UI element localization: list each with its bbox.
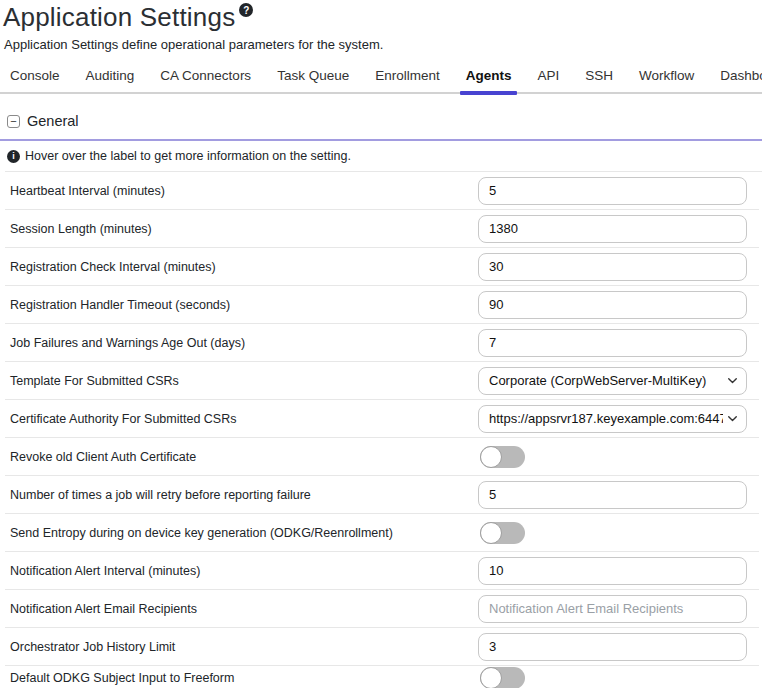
help-icon[interactable]: ? xyxy=(239,3,253,17)
settings-list: Heartbeat Interval (minutes) Session Len… xyxy=(5,172,759,688)
notification-alert-recipients-input[interactable] xyxy=(478,595,747,623)
setting-label: Job Failures and Warnings Age Out (days) xyxy=(5,336,245,350)
setting-label: Number of times a job will retry before … xyxy=(5,488,311,502)
general-section-header: − General xyxy=(0,113,762,141)
setting-row: Number of times a job will retry before … xyxy=(5,476,759,514)
setting-row: Template For Submitted CSRs Corporate (C… xyxy=(5,362,759,400)
page-header: Application Settings ? Application Setti… xyxy=(0,0,762,52)
setting-row: Revoke old Client Auth Certificate xyxy=(5,438,759,476)
default-odkg-freeform-toggle[interactable] xyxy=(480,667,525,688)
setting-label: Certificate Authority For Submitted CSRs xyxy=(5,412,236,426)
heartbeat-interval-input[interactable] xyxy=(478,177,747,205)
tab-dashboard-and-reports[interactable]: Dashboard and Reports xyxy=(707,61,762,92)
setting-row: Notification Alert Email Recipients xyxy=(5,590,759,628)
setting-row: Session Length (minutes) xyxy=(5,210,759,248)
tab-enrollment[interactable]: Enrollment xyxy=(362,61,453,92)
notification-alert-interval-input[interactable] xyxy=(478,557,747,585)
registration-check-interval-input[interactable] xyxy=(478,253,747,281)
chevron-down-icon xyxy=(727,413,738,424)
setting-row: Send Entropy during on device key genera… xyxy=(5,514,759,552)
tab-auditing[interactable]: Auditing xyxy=(73,61,148,92)
settings-tab-bar: Console Auditing CA Connectors Task Queu… xyxy=(0,61,762,94)
section-title: General xyxy=(27,113,79,129)
setting-label: Orchestrator Job History Limit xyxy=(5,640,175,654)
template-for-csrs-select[interactable]: Corporate (CorpWebServer-MultiKey) xyxy=(478,367,747,395)
info-icon: i xyxy=(7,150,20,163)
info-bar-text: Hover over the label to get more informa… xyxy=(25,149,351,163)
setting-label: Template For Submitted CSRs xyxy=(5,374,179,388)
setting-label: Notification Alert Interval (minutes) xyxy=(5,564,200,578)
tab-workflow[interactable]: Workflow xyxy=(626,61,707,92)
setting-row: Default ODKG Subject Input to Freeform xyxy=(5,666,759,688)
setting-label: Revoke old Client Auth Certificate xyxy=(5,450,196,464)
setting-label: Send Entropy during on device key genera… xyxy=(5,526,393,540)
tab-agents[interactable]: Agents xyxy=(453,61,525,92)
setting-row: Job Failures and Warnings Age Out (days) xyxy=(5,324,759,362)
chevron-down-icon xyxy=(727,375,738,386)
select-value: https://appsrvr187.keyexample.com:6447\C… xyxy=(489,411,723,426)
setting-label: Notification Alert Email Recipients xyxy=(5,602,197,616)
setting-label: Registration Handler Timeout (seconds) xyxy=(5,298,230,312)
setting-row: Registration Handler Timeout (seconds) xyxy=(5,286,759,324)
setting-label: Registration Check Interval (minutes) xyxy=(5,260,216,274)
page-subtitle: Application Settings define operational … xyxy=(4,37,762,52)
job-failures-age-out-input[interactable] xyxy=(478,329,747,357)
tab-console[interactable]: Console xyxy=(0,61,73,92)
setting-label: Heartbeat Interval (minutes) xyxy=(5,184,165,198)
toggle-knob xyxy=(480,446,502,468)
toggle-knob xyxy=(480,667,502,688)
setting-label: Session Length (minutes) xyxy=(5,222,152,236)
setting-row: Notification Alert Interval (minutes) xyxy=(5,552,759,590)
tab-api[interactable]: API xyxy=(524,61,572,92)
page-title: Application Settings xyxy=(3,2,235,32)
tab-task-queue[interactable]: Task Queue xyxy=(264,61,362,92)
registration-handler-timeout-input[interactable] xyxy=(478,291,747,319)
setting-row: Registration Check Interval (minutes) xyxy=(5,248,759,286)
setting-row: Heartbeat Interval (minutes) xyxy=(5,172,759,210)
tab-ca-connectors[interactable]: CA Connectors xyxy=(147,61,264,92)
send-entropy-toggle[interactable] xyxy=(480,522,525,544)
setting-row: Orchestrator Job History Limit xyxy=(5,628,759,666)
ca-for-csrs-select[interactable]: https://appsrvr187.keyexample.com:6447\C… xyxy=(478,405,747,433)
session-length-input[interactable] xyxy=(478,215,747,243)
tab-ssh[interactable]: SSH xyxy=(572,61,626,92)
revoke-old-client-auth-toggle[interactable] xyxy=(480,446,525,468)
collapse-minus-icon[interactable]: − xyxy=(7,115,20,128)
orchestrator-job-history-limit-input[interactable] xyxy=(478,633,747,661)
info-bar: i Hover over the label to get more infor… xyxy=(5,141,762,172)
select-value: Corporate (CorpWebServer-MultiKey) xyxy=(489,373,723,388)
application-settings-page: Application Settings ? Application Setti… xyxy=(0,0,762,688)
setting-label: Default ODKG Subject Input to Freeform xyxy=(5,671,234,685)
setting-row: Certificate Authority For Submitted CSRs… xyxy=(5,400,759,438)
job-retry-count-input[interactable] xyxy=(478,481,747,509)
toggle-knob xyxy=(480,522,502,544)
